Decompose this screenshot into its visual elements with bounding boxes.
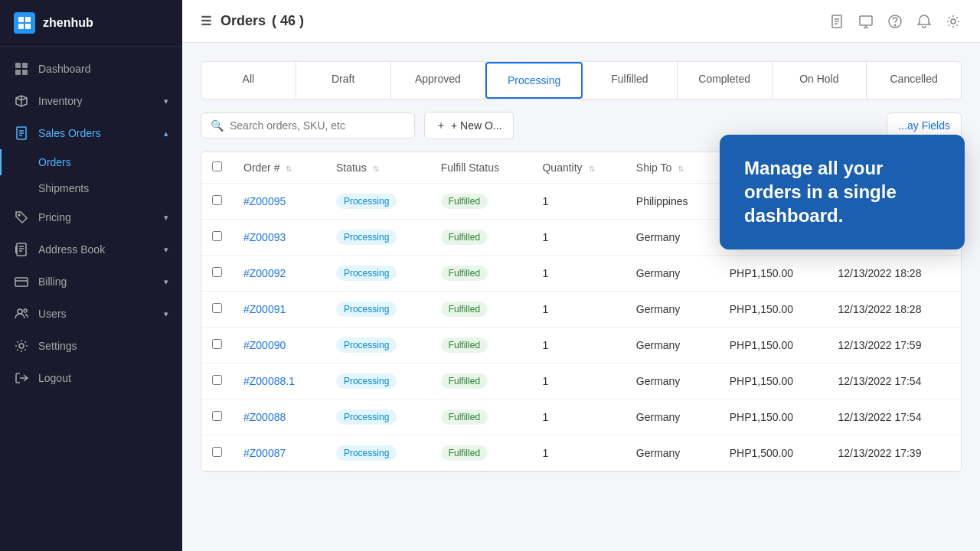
row-checkbox-4[interactable] (212, 339, 222, 349)
fulfill-badge-6: Fulfilled (441, 409, 488, 425)
table-row: #Z00090 Processing Fulfilled 1 Germany P… (201, 328, 961, 364)
order-link-7[interactable]: #Z00087 (243, 447, 286, 459)
status-badge-3: Processing (336, 302, 397, 317)
sidebar-item-shipments[interactable]: Shipments (0, 175, 182, 201)
sidebar-item-logout[interactable]: Logout (0, 362, 182, 394)
status-badge-1: Processing (336, 230, 397, 245)
sidebar-item-inventory[interactable]: Inventory ▾ (0, 85, 182, 117)
cell-fulfill-2: Fulfilled (430, 256, 532, 292)
sidebar-item-billing[interactable]: Billing ▾ (0, 266, 182, 298)
row-checkbox-2[interactable] (212, 267, 222, 277)
order-link-2[interactable]: #Z00092 (243, 267, 286, 279)
cell-status-1: Processing (325, 220, 430, 256)
tab-approved[interactable]: Approved (391, 62, 486, 99)
sidebar-item-orders[interactable]: Orders (0, 149, 182, 175)
sidebar-item-users[interactable]: Users ▾ (0, 298, 182, 330)
tab-cancelled[interactable]: Cancelled (867, 62, 961, 99)
row-checkbox-7[interactable] (212, 447, 222, 457)
search-input[interactable] (230, 119, 405, 132)
fulfill-badge-5: Fulfilled (441, 373, 488, 389)
cell-status-3: Processing (325, 292, 430, 328)
cell-fulfill-6: Fulfilled (430, 399, 532, 435)
tab-completed[interactable]: Completed (678, 62, 773, 99)
tab-draft[interactable]: Draft (296, 62, 391, 99)
gear-icon[interactable] (945, 13, 962, 30)
cell-created-7: 12/13/2022 17:39 (827, 435, 961, 471)
sidebar-item-settings[interactable]: Settings (0, 330, 182, 362)
cell-fulfill-4: Fulfilled (430, 328, 532, 364)
row-checkbox-5[interactable] (212, 375, 222, 385)
cell-price-5: PHP1,150.00 (719, 364, 828, 399)
col-fulfill-status: Fulfill Status (430, 152, 532, 184)
row-checkbox-6[interactable] (212, 411, 222, 421)
svg-rect-2 (18, 24, 24, 29)
cell-ship-1: Germany (626, 220, 719, 256)
display-fields-label: ...ay Fields (898, 119, 950, 132)
order-link-4[interactable]: #Z00090 (243, 339, 286, 351)
svg-point-12 (18, 214, 20, 216)
main-content: ☰ Orders ( 46 ) (182, 0, 980, 551)
table-row: #Z00088 Processing Fulfilled 1 Germany P… (201, 399, 961, 435)
logout-icon (14, 370, 29, 386)
cell-status-2: Processing (325, 256, 430, 292)
grid-icon (14, 61, 29, 77)
col-order-num[interactable]: Order # ⇅ (233, 152, 325, 184)
col-quantity[interactable]: Quantity ⇅ (531, 152, 625, 184)
tab-fulfilled[interactable]: Fulfilled (583, 62, 678, 99)
svg-rect-4 (15, 63, 21, 68)
svg-rect-7 (22, 70, 28, 75)
credit-icon (14, 274, 29, 289)
sidebar-item-dashboard[interactable]: Dashboard (0, 53, 182, 85)
manage-orders-tooltip: Manage all your orders in a single dashb… (720, 135, 965, 249)
sidebar-label-sales-orders: Sales Orders (38, 127, 101, 139)
chevron-down-icon-pricing: ▾ (164, 213, 168, 223)
row-checkbox-cell-4 (201, 328, 233, 364)
order-link-3[interactable]: #Z00091 (243, 303, 286, 315)
tab-processing[interactable]: Processing (485, 62, 583, 99)
row-checkbox-1[interactable] (212, 231, 222, 241)
fulfill-badge-2: Fulfilled (441, 266, 488, 281)
cell-order-num-1: #Z00093 (233, 220, 325, 256)
topbar: ☰ Orders ( 46 ) (182, 0, 980, 43)
status-badge-7: Processing (336, 445, 397, 461)
cell-price-6: PHP1,150.00 (719, 399, 828, 435)
tab-on-hold[interactable]: On Hold (773, 62, 867, 99)
tooltip-text: Manage all your orders in a single dashb… (744, 158, 897, 226)
sort-icon-status: ⇅ (373, 165, 379, 173)
col-ship-to[interactable]: Ship To ⇅ (626, 152, 719, 184)
chevron-down-icon-billing: ▾ (164, 277, 168, 287)
cell-fulfill-3: Fulfilled (430, 292, 532, 328)
table-row: #Z00087 Processing Fulfilled 1 Germany P… (201, 435, 961, 471)
chevron-down-icon-address: ▾ (164, 245, 168, 255)
order-link-0[interactable]: #Z00095 (243, 195, 286, 207)
help-icon[interactable] (887, 13, 903, 30)
table-row: #Z00088.1 Processing Fulfilled 1 Germany… (201, 364, 961, 399)
logo-text: zhenhub (43, 16, 93, 30)
sidebar-item-address-book[interactable]: Address Book ▾ (0, 233, 182, 266)
col-status[interactable]: Status ⇅ (325, 152, 430, 184)
screen-icon[interactable] (858, 13, 874, 30)
logo[interactable]: zhenhub (0, 0, 182, 47)
row-checkbox-3[interactable] (212, 303, 222, 313)
row-checkbox-0[interactable] (212, 195, 222, 205)
tag-icon (14, 210, 29, 225)
sidebar-item-pricing[interactable]: Pricing ▾ (0, 201, 182, 233)
hamburger-icon: ☰ (201, 14, 211, 28)
sidebar-label-pricing: Pricing (38, 211, 71, 223)
order-link-1[interactable]: #Z00093 (243, 231, 286, 243)
order-link-6[interactable]: #Z00088 (243, 411, 286, 423)
sort-icon-qty: ⇅ (589, 165, 595, 173)
cell-qty-1: 1 (531, 220, 625, 256)
sort-icon-ship: ⇅ (678, 165, 684, 173)
sidebar-item-sales-orders[interactable]: Sales Orders ▴ (0, 117, 182, 149)
svg-rect-1 (25, 17, 31, 22)
document-icon[interactable] (828, 13, 845, 30)
select-all-checkbox[interactable] (212, 161, 222, 171)
tab-all[interactable]: All (201, 62, 296, 99)
notification-icon[interactable] (916, 13, 933, 30)
cell-created-2: 12/13/2022 18:28 (827, 256, 961, 292)
cell-ship-5: Germany (626, 364, 719, 399)
cell-status-7: Processing (325, 435, 430, 471)
order-link-5[interactable]: #Z00088.1 (243, 375, 295, 387)
new-order-button[interactable]: ＋ + New O... (424, 112, 514, 139)
